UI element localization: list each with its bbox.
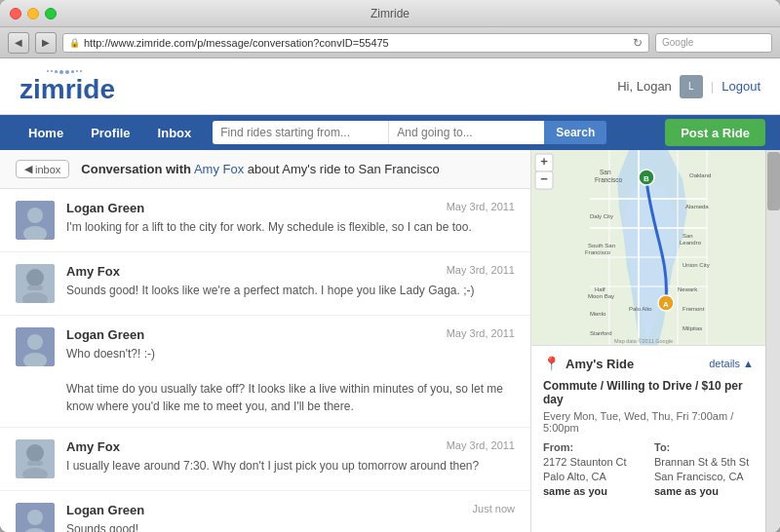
svg-text:Moon Bay: Moon Bay: [588, 293, 614, 299]
maximize-button[interactable]: [45, 8, 57, 19]
site-header: zimride Hi, Logan L | Logout: [0, 58, 780, 115]
route-info: From: 2172 Staunton CtPalo Alto, CA same…: [543, 441, 754, 497]
titlebar: Zimride: [0, 0, 780, 27]
conversation-about: about Amy's ride to San Francisco: [248, 162, 440, 176]
svg-text:San: San: [600, 169, 611, 175]
lock-icon: 🔒: [69, 38, 80, 48]
conversation-panel: ◀ inbox Conversation with Amy Fox about …: [0, 150, 531, 532]
back-button[interactable]: ◀: [8, 32, 29, 54]
message-author: Logan Green: [66, 201, 144, 215]
scroll-thumb[interactable]: [767, 152, 780, 210]
svg-text:Fremont: Fremont: [682, 306, 705, 312]
to-address: Brannan St & 5th StSan Francisco, CA: [654, 455, 754, 485]
svg-text:Daly City: Daly City: [590, 213, 613, 219]
ride-type: Commute / Willing to Drive / $10 per day: [543, 379, 754, 406]
browser-search[interactable]: Google: [655, 33, 772, 53]
url-bar[interactable]: 🔒 http://www.zimride.com/p/message/conve…: [62, 33, 649, 53]
chevron-left-icon: ◀: [24, 163, 32, 175]
forward-button[interactable]: ▶: [35, 32, 57, 54]
svg-point-4: [26, 269, 44, 286]
inbox-back-button[interactable]: ◀ inbox: [16, 160, 69, 178]
message-author: Amy Fox: [66, 439, 120, 454]
ride-details: 📍 Amy's Ride details ▲ Commute / Willing…: [531, 345, 765, 507]
logout-button[interactable]: Logout: [722, 79, 760, 94]
message-author: Logan Green: [66, 327, 144, 342]
ride-name: Amy's Ride: [566, 357, 634, 371]
post-ride-button[interactable]: Post a Ride: [665, 119, 765, 146]
messages-list: Logan Green May 3rd, 2011 I'm looking fo…: [0, 189, 530, 532]
svg-text:A: A: [663, 300, 669, 309]
svg-text:−: −: [540, 171, 548, 186]
conversation-author-link[interactable]: Amy Fox: [194, 162, 244, 176]
navbar: Home Profile Inbox Search Post a Ride: [0, 115, 780, 150]
traffic-lights: [10, 8, 57, 19]
user-avatar: L: [680, 75, 703, 98]
svg-text:South San: South San: [588, 243, 615, 248]
refresh-button[interactable]: ↻: [633, 36, 643, 50]
logo-dots: [47, 70, 82, 74]
svg-point-8: [27, 334, 43, 350]
logo-dot: [80, 70, 82, 72]
logo-dot: [47, 70, 49, 72]
svg-text:Palo Alto: Palo Alto: [629, 306, 652, 312]
minimize-button[interactable]: [27, 8, 39, 19]
browser-search-placeholder: Google: [662, 37, 693, 48]
nav-home[interactable]: Home: [15, 115, 77, 150]
from-match: same as you: [543, 485, 643, 497]
search-button[interactable]: Search: [544, 121, 606, 144]
inbox-back-label: inbox: [35, 164, 60, 175]
avatar: [16, 327, 55, 366]
svg-text:Half: Half: [595, 286, 605, 292]
svg-text:Alameda: Alameda: [685, 204, 709, 209]
nav-profile[interactable]: Profile: [77, 115, 143, 150]
message-date: May 3rd, 2011: [447, 264, 515, 279]
user-greeting: Hi, Logan: [617, 79, 672, 94]
svg-text:Leandro: Leandro: [680, 240, 702, 246]
ride-sidebar: B A + − San Francisco Oakland Daly City …: [531, 150, 765, 532]
message-text: Who doesn't?! :-)What time do you usuall…: [66, 345, 515, 415]
to-label: To:: [654, 441, 754, 453]
message-text: I usually leave around 7:30. Why don't I…: [66, 457, 515, 475]
message-text: Sounds good!: [66, 520, 515, 532]
message-date: May 3rd, 2011: [447, 327, 515, 342]
message-body: Amy Fox May 3rd, 2011 Sounds good! It lo…: [66, 264, 515, 303]
from-info: From: 2172 Staunton CtPalo Alto, CA same…: [543, 441, 643, 497]
message-meta: Amy Fox May 3rd, 2011: [66, 439, 515, 454]
ride-details-link[interactable]: details ▲: [709, 358, 754, 369]
conversation-header: ◀ inbox Conversation with Amy Fox about …: [0, 150, 530, 189]
search-from-input[interactable]: [213, 121, 388, 144]
message-meta: Logan Green May 3rd, 2011: [66, 201, 515, 215]
svg-text:B: B: [644, 174, 649, 183]
map-container: B A + − San Francisco Oakland Daly City …: [531, 150, 765, 345]
nav-inbox[interactable]: Inbox: [144, 115, 206, 150]
svg-text:San: San: [682, 233, 693, 239]
browser-window: Zimride ◀ ▶ 🔒 http://www.zimride.com/p/m…: [0, 0, 780, 532]
logo-dot: [65, 70, 69, 74]
avatar: [16, 503, 55, 532]
user-info: Hi, Logan L | Logout: [617, 75, 760, 98]
from-label: From:: [543, 441, 643, 453]
svg-text:Francisco: Francisco: [595, 176, 623, 183]
to-match: same as you: [654, 485, 754, 497]
logo-dot: [55, 70, 58, 73]
svg-text:Milpitas: Milpitas: [682, 325, 702, 331]
addressbar: ◀ ▶ 🔒 http://www.zimride.com/p/message/c…: [0, 27, 780, 58]
message-date: May 3rd, 2011: [447, 201, 515, 215]
map-pin-icon: 📍: [543, 356, 560, 371]
logo: zimride: [20, 70, 115, 103]
message-item: Amy Fox May 3rd, 2011 Sounds good! It lo…: [0, 252, 530, 316]
svg-text:Oakland: Oakland: [689, 172, 711, 178]
main-content: ◀ inbox Conversation with Amy Fox about …: [0, 150, 780, 532]
svg-rect-12: [27, 461, 43, 466]
svg-point-11: [26, 444, 44, 462]
url-text: http://www.zimride.com/p/message/convers…: [84, 37, 389, 49]
scrollbar[interactable]: [765, 150, 780, 532]
search-to-input[interactable]: [388, 121, 544, 144]
svg-text:Union City: Union City: [682, 262, 710, 268]
message-text: I'm looking for a lift to the city for w…: [66, 218, 515, 236]
message-body: Logan Green Just now Sounds good!: [66, 503, 515, 532]
window-title: Zimride: [370, 7, 410, 20]
close-button[interactable]: [10, 8, 21, 19]
svg-text:Stanford: Stanford: [590, 330, 612, 336]
avatar: [16, 439, 55, 478]
